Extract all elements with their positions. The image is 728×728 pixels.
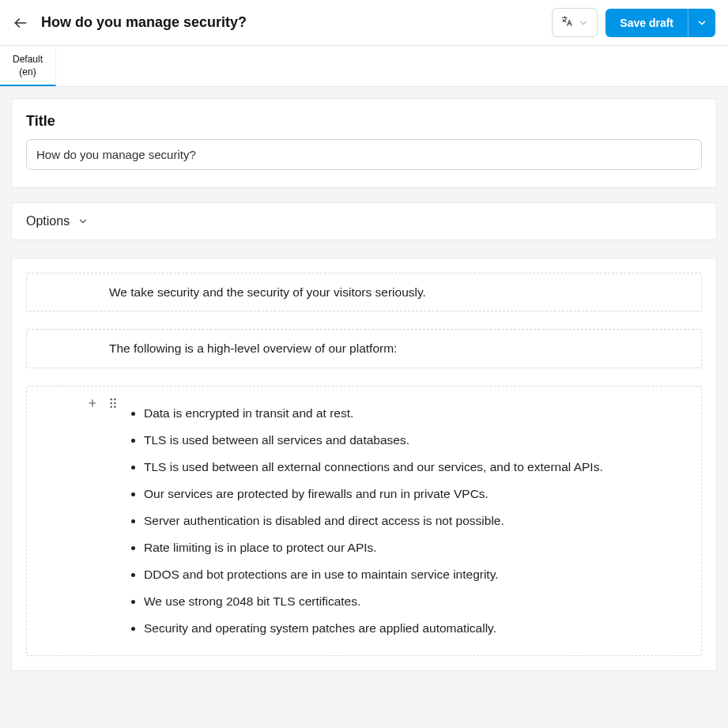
list-item[interactable]: Security and operating system patches ar… xyxy=(144,619,692,638)
list-item[interactable]: Data is encrypted in transit and at rest… xyxy=(144,404,692,423)
back-arrow-icon[interactable] xyxy=(13,15,28,31)
list-item[interactable]: Our services are protected by firewalls … xyxy=(144,485,692,504)
options-label: Options xyxy=(26,214,70,228)
tab-default-en[interactable]: Default (en) xyxy=(0,46,56,86)
svg-point-5 xyxy=(110,402,111,403)
list-item[interactable]: TLS is used between all services and dat… xyxy=(144,431,692,450)
chevron-down-icon xyxy=(696,17,707,28)
list-item[interactable]: We use strong 2048 bit TLS certificates. xyxy=(144,592,692,611)
drag-handle-icon[interactable] xyxy=(106,396,120,410)
locale-tabs: Default (en) xyxy=(0,46,728,87)
language-button[interactable] xyxy=(552,8,598,37)
header-right: Save draft xyxy=(552,8,715,37)
editor-card: We take security and the security of you… xyxy=(11,258,717,671)
chevron-down-icon xyxy=(77,216,89,227)
content-area: Title Options We take security and the s… xyxy=(0,87,728,682)
title-label: Title xyxy=(26,113,702,130)
save-dropdown-button[interactable] xyxy=(688,9,715,37)
svg-point-7 xyxy=(110,405,111,407)
paragraph-text: The following is a high-level overview o… xyxy=(109,341,397,355)
svg-point-8 xyxy=(114,405,115,407)
bullet-list: Data is encrypted in transit and at rest… xyxy=(109,404,692,638)
translate-icon xyxy=(560,15,573,30)
editor-paragraph-block[interactable]: The following is a high-level overview o… xyxy=(26,329,702,368)
add-block-icon[interactable] xyxy=(85,396,100,410)
paragraph-text: We take security and the security of you… xyxy=(109,285,426,299)
list-item[interactable]: Server authentication is disabled and di… xyxy=(144,511,692,530)
list-item[interactable]: TLS is used between all external connect… xyxy=(144,458,692,477)
title-input[interactable] xyxy=(26,139,702,170)
header-left: How do you manage security? xyxy=(13,14,247,31)
list-item[interactable]: DDOS and bot protections are in use to m… xyxy=(144,565,692,584)
page-title: How do you manage security? xyxy=(41,14,247,31)
svg-point-4 xyxy=(114,398,115,400)
list-item[interactable]: Rate limiting is in place to protect our… xyxy=(144,538,692,557)
save-button-group: Save draft xyxy=(605,9,715,37)
options-panel[interactable]: Options xyxy=(11,202,717,240)
svg-point-3 xyxy=(110,398,111,400)
chevron-down-icon xyxy=(578,17,589,28)
svg-point-6 xyxy=(114,402,115,403)
title-card: Title xyxy=(11,98,717,188)
editor-paragraph-block[interactable]: We take security and the security of you… xyxy=(26,273,702,311)
save-draft-button[interactable]: Save draft xyxy=(605,9,688,37)
header: How do you manage security? Save draft xyxy=(0,0,728,46)
tab-label: Default xyxy=(13,54,43,66)
editor-list-block[interactable]: Data is encrypted in transit and at rest… xyxy=(26,386,702,656)
block-tools xyxy=(85,396,120,410)
tab-sublabel: (en) xyxy=(13,66,43,79)
